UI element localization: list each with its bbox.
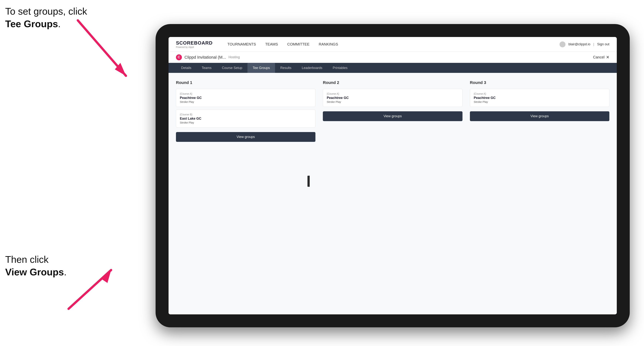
cancel-label: Cancel [593, 55, 604, 59]
logo-scoreboard: SCOREBOARD [176, 40, 213, 46]
tab-tee-groups[interactable]: Tee Groups [248, 63, 275, 73]
user-avatar [560, 41, 566, 47]
round-3-course-a-format: Stroke Play [474, 100, 606, 103]
instruction-top: To set groups, click Tee Groups. [5, 5, 87, 30]
round-1-view-groups-button[interactable]: View groups [176, 132, 316, 142]
nav-links: TOURNAMENTS TEAMS COMMITTEE RANKINGS [228, 41, 548, 47]
user-email: blair@clippd.io [568, 42, 590, 46]
round-3-view-groups-button[interactable]: View groups [470, 111, 609, 121]
tab-printables[interactable]: Printables [328, 63, 353, 73]
round-1-title: Round 1 [176, 80, 316, 85]
round-1-course-b-label: (Course B) [180, 113, 312, 116]
round-2-course-a-label: (Course A) [327, 92, 458, 95]
logo-sub: Powered by clippit [176, 46, 213, 48]
tab-course-setup-label: Course Setup [222, 66, 242, 70]
round-3-course-a-card: (Course A) Peachtree GC Stroke Play [470, 89, 609, 107]
nav-tournaments[interactable]: TOURNAMENTS [228, 41, 256, 47]
tab-details[interactable]: Details [176, 63, 196, 73]
tab-printables-label: Printables [333, 66, 348, 70]
round-2-title: Round 2 [323, 80, 462, 85]
tournament-c-icon: C [176, 54, 182, 60]
round-1-course-a-label: (Course A) [180, 92, 312, 95]
nav-teams[interactable]: TEAMS [265, 41, 278, 47]
tab-tee-groups-label: Tee Groups [253, 66, 270, 70]
tablet-frame: SCOREBOARD Powered by clippit TOURNAMENT… [156, 24, 630, 327]
instruction-bottom-line1: Then click [5, 254, 48, 265]
tournament-bar: C Clippd Invitational (M... Hosting Canc… [168, 52, 617, 63]
cancel-button[interactable]: Cancel ✕ [593, 55, 609, 60]
hosting-label: Hosting [228, 55, 240, 59]
round-3-column: Round 3 (Course A) Peachtree GC Stroke P… [470, 80, 609, 142]
nav-committee[interactable]: COMMITTEE [287, 41, 310, 47]
round-3-course-a-label: (Course A) [474, 92, 606, 95]
tablet-side-button [308, 176, 310, 187]
round-1-course-b-format: Stroke Play [180, 121, 312, 124]
round-2-course-a-card: (Course A) Peachtree GC Stroke Play [323, 89, 462, 107]
round-3-course-a-name: Peachtree GC [474, 96, 606, 100]
period1: . [58, 18, 60, 29]
top-navigation: SCOREBOARD Powered by clippit TOURNAMENT… [168, 37, 617, 52]
main-content: Round 1 (Course A) Peachtree GC Stroke P… [168, 73, 617, 314]
round-2-course-a-format: Stroke Play [327, 100, 458, 103]
nav-rankings[interactable]: RANKINGS [319, 41, 338, 47]
round-1-course-a-format: Stroke Play [180, 100, 312, 103]
round-1-course-a-card: (Course A) Peachtree GC Stroke Play [176, 89, 316, 107]
svg-line-2 [68, 270, 111, 309]
tab-course-setup[interactable]: Course Setup [217, 63, 248, 73]
tournament-title-area: C Clippd Invitational (M... Hosting [176, 54, 240, 60]
round-3-title: Round 3 [470, 80, 609, 85]
rounds-container: Round 1 (Course A) Peachtree GC Stroke P… [176, 80, 609, 142]
nav-right: blair@clippd.io | Sign out [560, 41, 609, 47]
c-letter: C [178, 55, 180, 59]
logo-text: SCOREBOARD [176, 40, 213, 46]
instruction-bottom: Then click View Groups. [5, 253, 66, 278]
round-1-column: Round 1 (Course A) Peachtree GC Stroke P… [176, 80, 316, 142]
view-groups-highlight: View Groups [5, 267, 64, 277]
cancel-x-icon: ✕ [606, 55, 609, 60]
tab-results[interactable]: Results [275, 63, 296, 73]
tab-bar: Details Teams Course Setup Tee Groups Re… [168, 63, 617, 73]
tab-teams[interactable]: Teams [196, 63, 217, 73]
tab-results-label: Results [280, 66, 291, 70]
tab-details-label: Details [181, 66, 191, 70]
round-1-course-b-name: East Lake GC [180, 117, 312, 121]
logo-area: SCOREBOARD Powered by clippit [176, 40, 213, 48]
sign-out-link[interactable]: Sign out [597, 42, 609, 46]
instruction-top-line1: To set groups, click [5, 6, 87, 17]
period2: . [64, 267, 66, 277]
tab-teams-label: Teams [202, 66, 212, 70]
round-2-course-a-name: Peachtree GC [327, 96, 458, 100]
round-2-column: Round 2 (Course A) Peachtree GC Stroke P… [323, 80, 462, 142]
svg-marker-3 [102, 270, 111, 283]
round-1-course-a-name: Peachtree GC [180, 96, 312, 100]
round-2-view-groups-button[interactable]: View groups [323, 111, 462, 121]
round-1-course-b-card: (Course B) East Lake GC Stroke Play [176, 110, 316, 128]
tournament-name: Clippd Invitational (M... [184, 55, 226, 60]
tab-leaderboards-label: Leaderboards [302, 66, 322, 70]
svg-marker-1 [115, 63, 126, 76]
tab-leaderboards[interactable]: Leaderboards [296, 63, 328, 73]
tee-groups-highlight: Tee Groups [5, 18, 58, 29]
tablet-screen: SCOREBOARD Powered by clippit TOURNAMENT… [168, 37, 617, 314]
